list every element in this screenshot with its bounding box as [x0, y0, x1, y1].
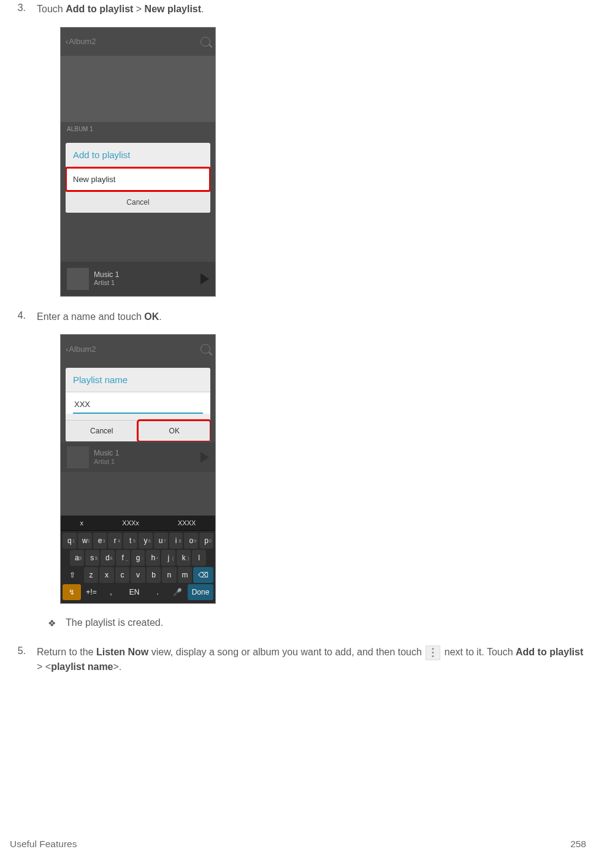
key[interactable]: EN [121, 584, 147, 600]
ok-button[interactable]: OK [138, 421, 211, 441]
track-thumb [67, 446, 89, 468]
screenshot-name-playlist: ‹ Album2 Playlist name XXX Cancel OK [60, 334, 584, 604]
key[interactable]: l [192, 550, 206, 566]
step-4: 4. Enter a name and touch OK. [12, 310, 584, 324]
key[interactable]: w2 [78, 533, 92, 549]
album-label: ALBUM 1 [61, 122, 215, 143]
result-note: ❖ The playlist is created. [48, 617, 584, 630]
key[interactable]: e3 [93, 533, 107, 549]
screenshot-add-to-playlist: ‹ Album2 ALBUM 1 Add to playlist New pla… [60, 27, 584, 297]
key[interactable]: ⇧ [63, 567, 83, 583]
step-text: Touch Add to playlist > New playlist. [37, 2, 584, 16]
key[interactable]: x [99, 567, 113, 583]
key[interactable]: ↯ [63, 584, 81, 600]
name-dialog: Playlist name XXX Cancel OK [66, 368, 210, 441]
album-art [61, 56, 215, 122]
suggestion-bar: x XXXx XXXX [61, 516, 215, 531]
key[interactable]: p0 [199, 533, 213, 549]
screen-title: Album2 [69, 345, 96, 354]
key[interactable]: m [178, 567, 192, 583]
key[interactable]: h+ [146, 550, 160, 566]
overflow-icon[interactable] [426, 645, 440, 660]
search-icon [201, 344, 210, 354]
key[interactable]: j( [161, 550, 175, 566]
track-title: Music 1 [94, 270, 119, 279]
key[interactable]: q1 [63, 533, 77, 549]
play-icon[interactable] [201, 452, 209, 463]
key[interactable]: c [115, 567, 129, 583]
step-number: 5. [12, 645, 26, 674]
back-icon: ‹ [66, 345, 66, 354]
key[interactable]: a@ [70, 550, 84, 566]
play-icon[interactable] [201, 273, 209, 284]
step-5: 5. Return to the Listen Now view, displa… [12, 645, 584, 674]
key[interactable]: n [162, 567, 176, 583]
key[interactable]: r4 [108, 533, 122, 549]
key[interactable]: g- [131, 550, 145, 566]
note-text: The playlist is created. [66, 617, 163, 630]
key[interactable]: o9 [184, 533, 198, 549]
step-text: Return to the Listen Now view, display a… [37, 645, 584, 674]
dialog-title: Add to playlist [66, 143, 210, 167]
track-title: Music 1 [94, 449, 119, 457]
now-playing-bar: Music 1 Artist 1 [61, 443, 215, 472]
search-icon [201, 37, 210, 47]
key[interactable]: ⌫ [193, 567, 213, 583]
now-playing-bar: Music 1 Artist 1 [61, 262, 215, 296]
key[interactable]: v [131, 567, 145, 583]
step-text: Enter a name and touch OK. [37, 310, 584, 324]
bullet-icon: ❖ [48, 617, 56, 630]
track-artist: Artist 1 [94, 458, 119, 466]
cancel-button[interactable]: Cancel [66, 191, 210, 213]
key[interactable]: b [147, 567, 161, 583]
key[interactable]: t5 [123, 533, 137, 549]
playlist-name-input[interactable]: XXX [73, 397, 203, 414]
key[interactable]: z [84, 567, 98, 583]
screen-title: Album2 [69, 37, 96, 46]
key[interactable]: y6 [139, 533, 153, 549]
footer-section: Useful Features [10, 839, 77, 850]
key[interactable]: i8 [169, 533, 183, 549]
keyboard: x XXXx XXXX q1w2e3r4t5y6u7i8o9p0 a@s$d&f… [61, 516, 215, 603]
key[interactable]: u7 [154, 533, 168, 549]
track-thumb [67, 268, 89, 290]
step-3: 3. Touch Add to playlist > New playlist. [12, 2, 584, 16]
key[interactable]: d& [101, 550, 115, 566]
suggestion[interactable]: XXXx [122, 519, 139, 527]
step-number: 3. [12, 2, 26, 16]
key[interactable]: Done [188, 584, 213, 600]
new-playlist-row[interactable]: New playlist [66, 167, 210, 191]
key[interactable]: f_ [116, 550, 130, 566]
key[interactable]: , [102, 584, 120, 600]
track-artist: Artist 1 [94, 279, 119, 287]
playlist-dialog: Add to playlist New playlist Cancel [66, 143, 210, 213]
page-number: 258 [570, 839, 586, 850]
key[interactable]: k) [177, 550, 191, 566]
suggestion[interactable]: XXXX [178, 519, 196, 527]
step-number: 4. [12, 310, 26, 324]
key[interactable]: . [148, 584, 167, 600]
page-footer: Useful Features 258 [0, 839, 596, 850]
key[interactable]: +!= [82, 584, 101, 600]
cancel-button[interactable]: Cancel [66, 421, 138, 441]
dialog-title: Playlist name [66, 368, 210, 392]
back-icon: ‹ [66, 37, 66, 46]
suggestion[interactable]: x [80, 519, 84, 527]
key[interactable]: 🎤 [168, 584, 186, 600]
key[interactable]: s$ [85, 550, 99, 566]
